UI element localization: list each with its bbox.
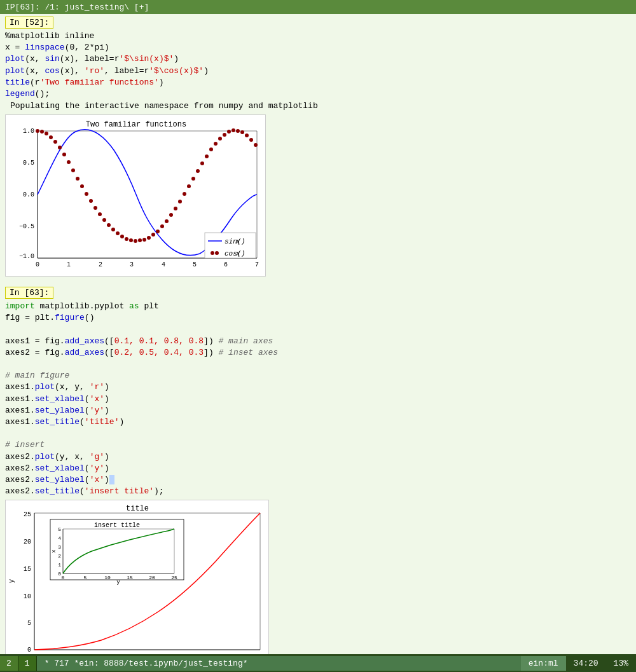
svg-point-40 xyxy=(138,238,142,242)
plot2-title: title xyxy=(126,504,149,513)
svg-text:x: x xyxy=(235,238,240,245)
svg-point-55 xyxy=(205,154,209,158)
svg-point-37 xyxy=(125,237,128,241)
cell-63-label[interactable]: In [63]: xyxy=(5,287,53,299)
svg-point-35 xyxy=(116,231,120,235)
svg-point-29 xyxy=(89,199,93,203)
svg-text:y: y xyxy=(116,579,120,586)
svg-point-17 xyxy=(36,129,39,133)
svg-text:1: 1 xyxy=(58,562,61,568)
cell-52-label[interactable]: In [52]: xyxy=(5,17,53,29)
svg-point-63 xyxy=(240,130,244,134)
plot2-svg: title 0 5 10 15 20 25 0 1 2 3 4 5 x y xyxy=(5,500,269,654)
svg-point-33 xyxy=(107,223,111,227)
svg-text:10: 10 xyxy=(24,593,31,600)
svg-point-38 xyxy=(129,238,133,242)
svg-text:25: 25 xyxy=(171,575,177,580)
svg-point-27 xyxy=(80,184,84,188)
svg-point-25 xyxy=(71,168,75,172)
svg-point-20 xyxy=(49,135,53,139)
svg-text:0.0: 0.0 xyxy=(23,191,34,198)
plot1-svg: Two familiar functions 1.0 0.5 0.0 −0.5 … xyxy=(5,114,266,277)
cell-63-code[interactable]: import matplotlib.pyplot as plt fig = pl… xyxy=(5,301,631,497)
svg-point-46 xyxy=(165,219,169,223)
svg-point-47 xyxy=(169,213,173,217)
svg-text:20: 20 xyxy=(149,575,155,580)
svg-point-34 xyxy=(111,228,115,231)
statusbar-file: *ein: 8888/test.ipynb/just_testing* xyxy=(74,659,247,668)
cell-52-output: Populating the interactive namespace fro… xyxy=(5,100,631,112)
svg-text:2: 2 xyxy=(99,261,102,268)
main-content[interactable]: In [52]: %matplotlib inline x = linspace… xyxy=(0,14,636,654)
svg-text:3: 3 xyxy=(130,261,134,268)
svg-text:5: 5 xyxy=(193,261,197,268)
statusbar: 2 1 * 717 *ein: 8888/test.ipynb/just_tes… xyxy=(0,654,636,672)
cell-63: In [63]: import matplotlib.pyplot as plt… xyxy=(0,284,636,500)
svg-point-45 xyxy=(160,224,164,228)
svg-text:5: 5 xyxy=(84,575,87,580)
svg-text:0: 0 xyxy=(62,575,65,580)
svg-text:−1.0: −1.0 xyxy=(19,253,34,260)
svg-text:5: 5 xyxy=(58,526,61,532)
svg-point-24 xyxy=(67,160,71,164)
svg-text:0: 0 xyxy=(27,647,31,654)
cell-52: In [52]: %matplotlib inline x = linspace… xyxy=(0,14,636,114)
svg-text:7: 7 xyxy=(255,261,259,268)
svg-text:5: 5 xyxy=(27,620,31,627)
plot2-container: title 0 5 10 15 20 25 0 1 2 3 4 5 x y xyxy=(5,500,631,654)
svg-point-19 xyxy=(45,132,48,135)
svg-point-59 xyxy=(223,133,226,137)
svg-point-28 xyxy=(85,192,88,196)
svg-point-58 xyxy=(218,137,222,141)
svg-point-72 xyxy=(211,251,214,255)
svg-point-26 xyxy=(76,177,80,181)
svg-text:4: 4 xyxy=(58,535,61,541)
statusbar-indicator: * xyxy=(45,659,50,668)
plot1-title: Two familiar functions xyxy=(86,120,186,129)
svg-text:15: 15 xyxy=(127,575,133,580)
svg-point-21 xyxy=(53,140,57,144)
svg-point-36 xyxy=(120,235,124,238)
statusbar-percent: 13% xyxy=(606,656,636,671)
svg-point-66 xyxy=(254,143,258,147)
svg-text:20: 20 xyxy=(24,538,31,545)
svg-point-44 xyxy=(156,230,160,233)
svg-text:3: 3 xyxy=(58,544,61,550)
statusbar-linecount: 717 xyxy=(54,659,69,668)
svg-point-49 xyxy=(178,200,182,203)
statusbar-filename: * 717 *ein: 8888/test.ipynb/just_testing… xyxy=(37,656,521,671)
svg-text:x: x xyxy=(235,250,240,257)
svg-point-52 xyxy=(191,177,195,181)
svg-text:1: 1 xyxy=(67,261,71,268)
svg-text:1.0: 1.0 xyxy=(23,128,34,135)
svg-point-18 xyxy=(40,130,44,134)
svg-text:25: 25 xyxy=(24,511,31,518)
svg-point-41 xyxy=(142,238,146,242)
svg-text:x: x xyxy=(51,550,57,553)
titlebar: IP[63]: /1: just_testing\ [+] xyxy=(0,0,636,14)
svg-point-42 xyxy=(147,236,151,240)
svg-point-56 xyxy=(209,147,213,151)
svg-point-51 xyxy=(187,184,191,188)
svg-point-53 xyxy=(196,169,200,173)
svg-point-43 xyxy=(151,233,155,237)
svg-point-60 xyxy=(227,130,231,134)
cell-52-code[interactable]: %matplotlib inline x = linspace(0, 2*pi)… xyxy=(5,31,631,100)
svg-point-22 xyxy=(58,146,62,149)
statusbar-cell1: 2 xyxy=(0,656,18,671)
svg-text:2: 2 xyxy=(58,553,61,559)
svg-text:0: 0 xyxy=(58,571,61,577)
plot1-container: Two familiar functions 1.0 0.5 0.0 −0.5 … xyxy=(5,114,631,279)
svg-text:15: 15 xyxy=(24,566,31,573)
svg-text:−0.5: −0.5 xyxy=(19,223,34,230)
svg-point-64 xyxy=(245,134,249,137)
svg-point-61 xyxy=(232,128,235,132)
statusbar-mode: ein:ml xyxy=(521,656,566,671)
svg-text:insert title: insert title xyxy=(94,522,140,529)
svg-point-62 xyxy=(236,129,240,133)
svg-text:10: 10 xyxy=(104,575,111,580)
svg-point-54 xyxy=(200,161,204,165)
svg-point-32 xyxy=(102,218,106,222)
svg-text:): ) xyxy=(241,250,245,257)
svg-point-50 xyxy=(183,192,186,196)
